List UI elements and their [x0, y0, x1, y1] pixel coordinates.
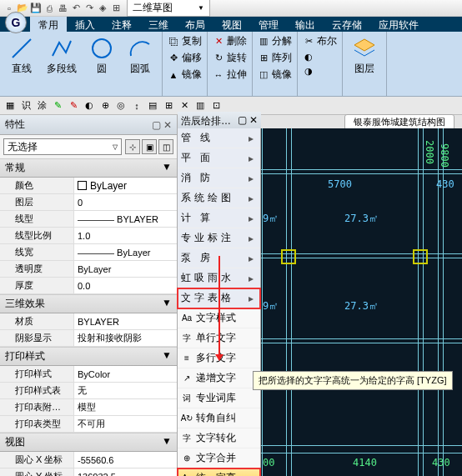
offset-button[interactable]: ▥分解: [256, 33, 294, 49]
tool-icon[interactable]: ⊡: [209, 99, 223, 113]
save-icon[interactable]: 💾: [30, 3, 42, 14]
redo-icon[interactable]: ↷: [83, 3, 95, 14]
tab-layout[interactable]: 布局: [177, 17, 213, 32]
fillet-button[interactable]: ✂布尔: [301, 33, 339, 49]
section-effects[interactable]: 三维效果▼: [0, 294, 177, 313]
selection-handle[interactable]: [281, 249, 296, 264]
chevron-right-icon: ▸: [249, 253, 257, 264]
arc-button[interactable]: 圆弧: [122, 33, 158, 78]
menu-item[interactable]: ⊕文字合并: [178, 448, 260, 468]
tab-apps[interactable]: 应用软件: [370, 17, 427, 32]
menu-item-label: 平 面: [181, 151, 213, 165]
pstylea-value[interactable]: 模型: [73, 399, 177, 415]
print-icon[interactable]: 🖶: [57, 3, 68, 14]
app-logo[interactable]: G: [5, 12, 27, 33]
props-icon[interactable]: ⊞: [110, 3, 122, 14]
tab-manage[interactable]: 管理: [250, 17, 287, 32]
line-button[interactable]: 直线: [3, 33, 40, 78]
rotate-button[interactable]: ↻旋转: [211, 50, 249, 66]
mat-value[interactable]: BYLAYER: [73, 313, 177, 329]
tool-icon[interactable]: ↕: [130, 99, 143, 113]
layer-value[interactable]: 0: [73, 194, 177, 210]
tool-icon[interactable]: ◐: [83, 99, 96, 113]
linetype-value[interactable]: ———— BYLAYER: [73, 211, 177, 227]
dimension-text: 27.3㎡: [344, 212, 379, 226]
tool-icon[interactable]: ▥: [193, 99, 207, 113]
tab-cloud[interactable]: 云存储: [324, 17, 370, 32]
close-icon[interactable]: ▢ ✕: [152, 119, 172, 131]
undo-icon[interactable]: ↶: [70, 3, 82, 14]
stretch-button[interactable]: ↔拉伸: [211, 67, 249, 83]
tool-icon[interactable]: ◎: [114, 99, 128, 113]
select-objects-icon[interactable]: ▣: [142, 139, 157, 154]
menu-item[interactable]: 系统绘图▸: [178, 188, 260, 208]
color-value[interactable]: ByLayer: [73, 178, 177, 193]
tab-3d[interactable]: 三维: [140, 17, 177, 32]
tool-icon[interactable]: ▦: [3, 99, 17, 113]
menu-item[interactable]: 词专业词库: [178, 388, 260, 408]
saveas-icon[interactable]: ⎙: [43, 3, 55, 14]
tool-icon[interactable]: ✎: [51, 99, 64, 113]
chevron-right-icon: ▸: [249, 153, 257, 164]
sp1-button[interactable]: ◐: [301, 50, 339, 63]
tool-icon[interactable]: ▤: [146, 99, 159, 113]
tool-icon[interactable]: ⊞: [162, 99, 175, 113]
tab-output[interactable]: 输出: [287, 17, 324, 32]
selection-handle[interactable]: [413, 249, 428, 264]
section-general[interactable]: 常规▼: [0, 158, 177, 178]
copy-button[interactable]: ⿻复制: [166, 33, 203, 49]
menu-item[interactable]: ↗递增文字: [178, 368, 260, 388]
trans-value[interactable]: ByLayer: [73, 261, 177, 277]
sp2-button[interactable]: ◑: [301, 64, 339, 78]
dimension-text: 00: [263, 457, 274, 468]
document-tab[interactable]: 银泰服饰城建筑结构图: [344, 114, 454, 130]
tool-icon[interactable]: ⊕: [98, 99, 112, 113]
lweight-value[interactable]: ———— ByLayer: [73, 244, 177, 260]
menu-item[interactable]: 消 防▸: [178, 168, 260, 188]
pstylety-value[interactable]: 不可用: [73, 416, 177, 432]
section-view[interactable]: 视图▼: [0, 433, 177, 452]
quick-select-icon[interactable]: ⊹: [125, 139, 140, 154]
workspace-combo[interactable]: 二维草图▼: [127, 0, 210, 17]
properties-header: 特性 ▢ ✕: [0, 115, 177, 135]
pickadd-icon[interactable]: ◫: [158, 139, 173, 154]
menu-item[interactable]: A↕统一字高: [178, 468, 260, 476]
menu-item[interactable]: 专业标注▸: [178, 228, 260, 248]
mirror-button[interactable]: ▲镜像: [166, 67, 203, 83]
cy-value[interactable]: 136032.5: [73, 468, 177, 476]
tool-icon[interactable]: 识: [19, 99, 33, 113]
scale-button[interactable]: ◫镜像: [256, 67, 294, 83]
section-print[interactable]: 打印样式▼: [0, 347, 177, 366]
thick-value[interactable]: 0.0: [73, 278, 177, 293]
menu-item[interactable]: 管 线▸: [178, 128, 260, 148]
shadow-value[interactable]: 投射和接收阴影: [73, 330, 177, 346]
dimension-text: 9㎡: [263, 299, 279, 313]
menu-item[interactable]: 平 面▸: [178, 148, 260, 168]
tool-icon[interactable]: ✎: [67, 99, 80, 113]
menu-item[interactable]: 字文字转化: [178, 428, 260, 448]
selection-combo[interactable]: 无选择▽: [3, 138, 122, 155]
close-icon[interactable]: ▢ ✕: [238, 114, 258, 128]
move-button[interactable]: ✥偏移: [166, 50, 203, 66]
tab-common[interactable]: 常用: [30, 17, 67, 32]
tab-insert[interactable]: 插入: [67, 17, 103, 32]
layer-button[interactable]: 图层: [346, 33, 383, 78]
pstylet-value[interactable]: 无: [73, 383, 177, 398]
tab-view[interactable]: 视图: [213, 17, 250, 32]
drawing-canvas[interactable]: 2000 9800 5700 430 9㎡ 27.3㎡ 9㎡ 27.3㎡ 00 …: [261, 128, 462, 476]
pstyle-value[interactable]: ByColor: [73, 366, 177, 382]
ltscale-value[interactable]: 1.0: [73, 228, 177, 243]
delete-button[interactable]: ✕删除: [211, 33, 249, 49]
circle-button[interactable]: 圆: [83, 33, 120, 78]
menu-item[interactable]: A↻转角自纠: [178, 408, 260, 428]
tab-annotate[interactable]: 注释: [103, 17, 140, 32]
tool-icon[interactable]: ✕: [178, 99, 191, 113]
layers-icon[interactable]: ◈: [97, 3, 108, 14]
polyline-button[interactable]: 多段线: [42, 33, 82, 78]
chevron-right-icon: ▸: [249, 213, 257, 224]
cx-value[interactable]: -55560.6: [73, 452, 177, 468]
array-button[interactable]: ⊞阵列: [256, 50, 294, 66]
tool-icon[interactable]: 涂: [35, 99, 48, 113]
menu-item[interactable]: 计 算▸: [178, 208, 260, 228]
properties-panel: 特性 ▢ ✕ 无选择▽ ⊹ ▣ ◫ 常规▼ 颜色ByLayer 图层0 线型——…: [0, 115, 178, 476]
